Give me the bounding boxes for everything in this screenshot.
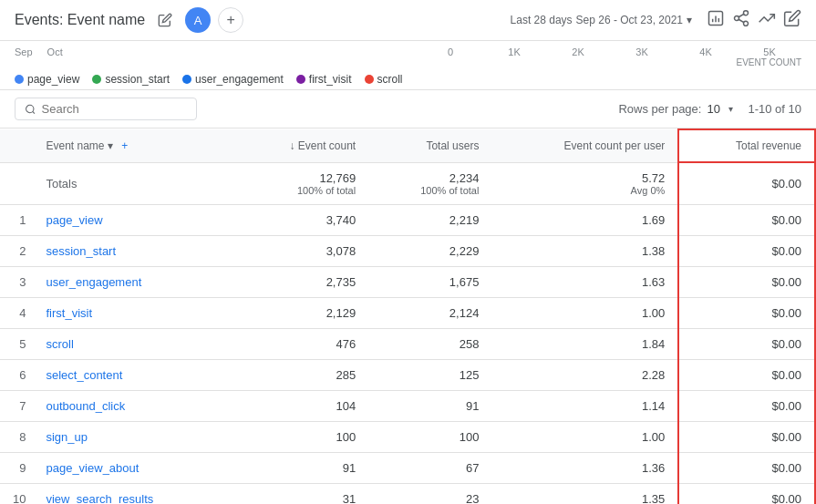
report-icon[interactable] <box>707 9 725 32</box>
col-num <box>0 129 33 162</box>
row-event-count-per-user: 1.00 <box>491 297 678 328</box>
legend-dot-page-view <box>15 75 24 84</box>
row-event-name[interactable]: scroll <box>33 328 233 359</box>
row-event-count-per-user: 2.28 <box>491 359 678 390</box>
totals-label: Totals <box>33 162 233 204</box>
totals-row: Totals 12,769100% of total 2,234100% of … <box>0 162 815 204</box>
pencil-icon[interactable] <box>783 9 801 32</box>
search-box[interactable] <box>15 98 197 120</box>
row-event-name[interactable]: sign_up <box>33 421 233 452</box>
header-right: Last 28 days Sep 26 - Oct 23, 2021 ▾ <box>511 9 801 32</box>
row-total-revenue: $0.00 <box>678 452 815 483</box>
row-event-name[interactable]: page_view <box>33 204 233 235</box>
legend-label-scroll: scroll <box>377 73 403 86</box>
row-event-count: 91 <box>233 452 368 483</box>
row-total-users: 258 <box>368 328 491 359</box>
rows-per-page-label: Rows per page: <box>618 102 701 116</box>
row-num: 10 <box>0 483 33 504</box>
edit-title-button[interactable] <box>152 7 178 33</box>
row-event-count: 3,078 <box>233 235 368 266</box>
row-event-name[interactable]: select_content <box>33 359 233 390</box>
col-total-revenue[interactable]: Total revenue <box>678 129 815 162</box>
row-event-name[interactable]: session_start <box>33 235 233 266</box>
legend-user-engagement[interactable]: user_engagement <box>182 73 284 86</box>
row-event-name[interactable]: page_view_about <box>33 452 233 483</box>
chart-nav-sep: Sep <box>15 46 33 67</box>
totals-total-users: 2,234100% of total <box>368 162 491 204</box>
row-event-count-per-user: 1.14 <box>491 390 678 421</box>
row-total-revenue: $0.00 <box>678 204 815 235</box>
row-event-count: 104 <box>233 390 368 421</box>
header: Events: Event name A + Last 28 days Sep … <box>0 0 816 41</box>
table-row: 7 outbound_click 104 91 1.14 $0.00 <box>0 390 815 421</box>
rows-per-page-select[interactable]: 10 25 50 <box>707 102 733 116</box>
row-event-name[interactable]: first_visit <box>33 297 233 328</box>
row-total-users: 2,229 <box>368 235 491 266</box>
table-row: 10 view_search_results 31 23 1.35 $0.00 <box>0 483 815 504</box>
row-num: 8 <box>0 421 33 452</box>
row-total-users: 125 <box>368 359 491 390</box>
avatar[interactable]: A <box>185 7 211 33</box>
search-input[interactable] <box>42 102 187 116</box>
legend-page-view[interactable]: page_view <box>15 73 79 86</box>
chart-area: Sep Oct 0 1K 2K 3K 4K 5K EVENT COUNT pag… <box>0 41 816 90</box>
header-action-icons <box>707 9 801 32</box>
row-event-count: 476 <box>233 328 368 359</box>
chart-legend: page_view session_start user_engagement … <box>15 67 801 89</box>
row-event-count: 100 <box>233 421 368 452</box>
legend-scroll[interactable]: scroll <box>365 73 403 86</box>
axis-label-4k: 4K <box>674 46 738 57</box>
date-range-selector[interactable]: Last 28 days Sep 26 - Oct 23, 2021 ▾ <box>511 14 692 26</box>
row-event-name[interactable]: view_search_results <box>33 483 233 504</box>
row-total-users: 91 <box>368 390 491 421</box>
axis-label-2k: 2K <box>546 46 610 57</box>
totals-num <box>0 162 33 204</box>
svg-point-2 <box>735 15 739 20</box>
legend-label-page-view: page_view <box>27 73 79 86</box>
row-event-name[interactable]: user_engagement <box>33 266 233 297</box>
table-row: 1 page_view 3,740 2,219 1.69 $0.00 <box>0 204 815 235</box>
date-range-value: Sep 26 - Oct 23, 2021 <box>576 14 683 26</box>
row-total-users: 23 <box>368 483 491 504</box>
legend-dot-user-engagement <box>182 75 191 84</box>
row-event-count-per-user: 1.84 <box>491 328 678 359</box>
row-total-revenue: $0.00 <box>678 235 815 266</box>
trend-icon[interactable] <box>758 9 776 32</box>
col-event-count[interactable]: ↓ Event count <box>233 129 368 162</box>
data-table: Event name ▾ + ↓ Event count Total users… <box>0 129 816 504</box>
row-event-count-per-user: 1.35 <box>491 483 678 504</box>
add-column-button[interactable]: + <box>121 139 128 152</box>
date-range-label: Last 28 days <box>511 14 573 26</box>
svg-point-6 <box>26 105 34 112</box>
row-event-count: 3,740 <box>233 204 368 235</box>
date-range-chevron-icon: ▾ <box>687 14 692 26</box>
col-event-name[interactable]: Event name ▾ + <box>33 129 233 162</box>
add-comparison-button[interactable]: + <box>218 7 243 33</box>
col-event-count-per-user[interactable]: Event count per user <box>491 129 678 162</box>
legend-session-start[interactable]: session_start <box>92 73 170 86</box>
totals-event-count: 12,769100% of total <box>233 162 368 204</box>
row-event-count: 31 <box>233 483 368 504</box>
table-controls: Rows per page: 10 25 50 1-10 of 10 <box>0 90 816 129</box>
legend-label-user-engagement: user_engagement <box>195 73 284 86</box>
pagination-controls: Rows per page: 10 25 50 1-10 of 10 <box>618 102 801 116</box>
table-row: 8 sign_up 100 100 1.00 $0.00 <box>0 421 815 452</box>
row-event-name[interactable]: outbound_click <box>33 390 233 421</box>
row-event-count: 2,735 <box>233 266 368 297</box>
rows-per-page: Rows per page: 10 25 50 <box>618 102 733 116</box>
row-num: 2 <box>0 235 33 266</box>
share-icon[interactable] <box>732 9 750 32</box>
row-total-revenue: $0.00 <box>678 297 815 328</box>
legend-label-session-start: session_start <box>105 73 170 86</box>
svg-line-5 <box>739 14 744 16</box>
page-title: Events: Event name <box>15 12 145 28</box>
row-total-revenue: $0.00 <box>678 266 815 297</box>
legend-dot-scroll <box>365 75 374 84</box>
row-num: 1 <box>0 204 33 235</box>
row-total-users: 2,219 <box>368 204 491 235</box>
axis-title: EVENT COUNT <box>737 57 802 67</box>
col-total-users[interactable]: Total users <box>368 129 491 162</box>
legend-first-visit[interactable]: first_visit <box>296 73 352 86</box>
chart-nav-oct: Oct <box>47 46 63 67</box>
row-num: 6 <box>0 359 33 390</box>
